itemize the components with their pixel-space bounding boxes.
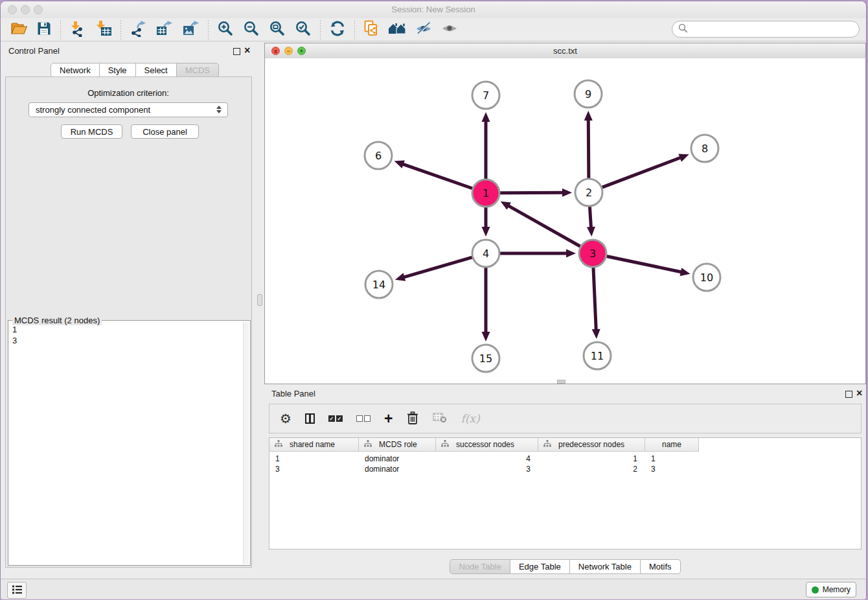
- graph-edge-1-2[interactable]: [500, 192, 564, 193]
- first-neighbors-button[interactable]: [362, 20, 380, 40]
- memory-button[interactable]: Memory: [806, 582, 856, 597]
- network-graph[interactable]: 1234678910111415: [265, 58, 865, 384]
- export-image-button[interactable]: [181, 20, 201, 40]
- zoom-in-button[interactable]: [216, 20, 235, 40]
- graph-edge-1-6[interactable]: [402, 164, 472, 189]
- zoom-out-button[interactable]: [242, 20, 261, 40]
- show-columns-button[interactable]: [305, 413, 315, 424]
- refresh-network-button[interactable]: [328, 20, 347, 40]
- close-panel-button[interactable]: Close panel: [131, 124, 199, 139]
- edge-arrowhead: [482, 227, 490, 237]
- export-table-button[interactable]: [154, 20, 174, 40]
- toolbar-separator: [208, 20, 209, 40]
- column-header-successor-nodes[interactable]: successor nodes: [436, 438, 538, 452]
- export-image-icon: [182, 20, 200, 39]
- search-box[interactable]: [672, 21, 860, 38]
- checked-box-icon: ✓: [336, 415, 343, 422]
- edge-arrowhead: [395, 273, 405, 281]
- cell-name: 3: [645, 465, 699, 474]
- open-folder-icon: [10, 21, 27, 38]
- tab-style[interactable]: Style: [100, 63, 136, 78]
- memory-label: Memory: [823, 585, 851, 594]
- new-column-button[interactable]: +: [384, 412, 393, 425]
- float-panel-icon[interactable]: [233, 48, 240, 55]
- first-neighbors-icon: [363, 20, 379, 39]
- close-table-panel-icon[interactable]: ×: [856, 387, 862, 399]
- export-network-icon: [130, 20, 146, 39]
- graph-edge-4-14[interactable]: [402, 257, 472, 277]
- graph-edge-2-3[interactable]: [589, 207, 591, 229]
- import-network-icon: [69, 20, 86, 39]
- result-line: 3: [12, 335, 241, 346]
- zoom-selected-button[interactable]: [293, 20, 313, 40]
- column-label: predecessor nodes: [558, 440, 624, 449]
- result-scrollbar[interactable]: [243, 322, 249, 564]
- float-table-panel-icon[interactable]: [845, 391, 852, 398]
- import-table-button[interactable]: [94, 20, 113, 40]
- node-label: 4: [483, 248, 489, 260]
- result-line: 1: [12, 324, 241, 335]
- table-options-button[interactable]: ⚙: [280, 412, 291, 425]
- delete-table-button[interactable]: [433, 412, 447, 425]
- panel-splitter-handle[interactable]: [257, 294, 262, 306]
- toolbar-separator: [320, 20, 321, 40]
- close-panel-icon[interactable]: ×: [244, 45, 250, 56]
- zoom-in-icon: [217, 20, 234, 39]
- tab-motifs[interactable]: Motifs: [641, 559, 681, 574]
- graph-edge-3-10[interactable]: [607, 257, 683, 273]
- home-button[interactable]: [387, 20, 407, 40]
- graph-edge-2-8[interactable]: [602, 157, 682, 187]
- delete-column-button[interactable]: [406, 411, 419, 427]
- show-all-button[interactable]: [440, 20, 459, 40]
- tab-mcds[interactable]: MCDS: [177, 63, 219, 78]
- select-all-columns-button[interactable]: ✓✓: [328, 415, 343, 422]
- table-row[interactable]: 1 dominator 4 1 1: [269, 454, 861, 464]
- optimization-criterion-label: Optimization criterion:: [0, 88, 257, 98]
- refresh-icon: [329, 20, 346, 39]
- network-window: x − + scc.txt 1234678910111415: [264, 43, 866, 384]
- column-header-predecessor-nodes[interactable]: predecessor nodes: [538, 438, 645, 452]
- edge-arrowhead: [678, 154, 689, 161]
- open-file-button[interactable]: [9, 20, 29, 40]
- edge-arrowhead: [592, 329, 600, 339]
- search-icon: [678, 23, 688, 36]
- mcds-result-text[interactable]: 1 3: [10, 322, 244, 564]
- table-row[interactable]: 3 dominator 3 2 3: [269, 464, 861, 474]
- column-header-name[interactable]: name: [645, 438, 699, 452]
- tab-edge-table[interactable]: Edge Table: [510, 559, 570, 574]
- trash-icon: [406, 411, 419, 427]
- column-label: MCDS role: [379, 440, 417, 449]
- control-panel-title: Control Panel: [8, 46, 60, 56]
- network-titlebar[interactable]: x − + scc.txt: [265, 43, 865, 59]
- run-mcds-button[interactable]: Run MCDS: [61, 124, 122, 139]
- column-header-shared-name[interactable]: shared name: [269, 438, 359, 452]
- mcds-result-box: MCDS result (2 nodes) 1 3: [8, 320, 251, 566]
- export-network-button[interactable]: [128, 20, 148, 40]
- task-history-button[interactable]: [7, 582, 27, 599]
- zoom-fit-button[interactable]: [268, 20, 287, 40]
- function-builder-button[interactable]: f(x): [461, 412, 479, 425]
- import-network-button[interactable]: [68, 20, 87, 40]
- criterion-dropdown[interactable]: strongly connected component: [29, 102, 228, 117]
- graph-edge-2-9[interactable]: [588, 119, 589, 178]
- canvas-scroll-thumb[interactable]: [557, 380, 565, 384]
- edge-arrowhead: [482, 112, 490, 122]
- save-session-button[interactable]: [35, 20, 53, 40]
- cell-shared-name: 1: [269, 454, 359, 463]
- tab-select[interactable]: Select: [136, 63, 177, 78]
- edge-arrowhead: [562, 189, 572, 197]
- criterion-value: strongly connected component: [36, 105, 150, 115]
- tab-network-table[interactable]: Network Table: [570, 559, 641, 574]
- tab-node-table[interactable]: Node Table: [450, 559, 510, 574]
- network-canvas[interactable]: 1234678910111415: [265, 58, 865, 384]
- node-label: 7: [483, 89, 489, 102]
- search-input[interactable]: [692, 24, 853, 35]
- column-header-mcds-role[interactable]: MCDS role: [359, 438, 436, 452]
- unselect-all-columns-button[interactable]: [356, 415, 371, 422]
- dropdown-stepper-icon: [216, 106, 222, 113]
- edge-arrowhead: [394, 160, 405, 168]
- graph-edge-3-11[interactable]: [593, 268, 596, 331]
- graph-edge-3-1[interactable]: [507, 205, 580, 247]
- hide-selected-button[interactable]: [414, 20, 433, 40]
- tab-network[interactable]: Network: [51, 63, 100, 78]
